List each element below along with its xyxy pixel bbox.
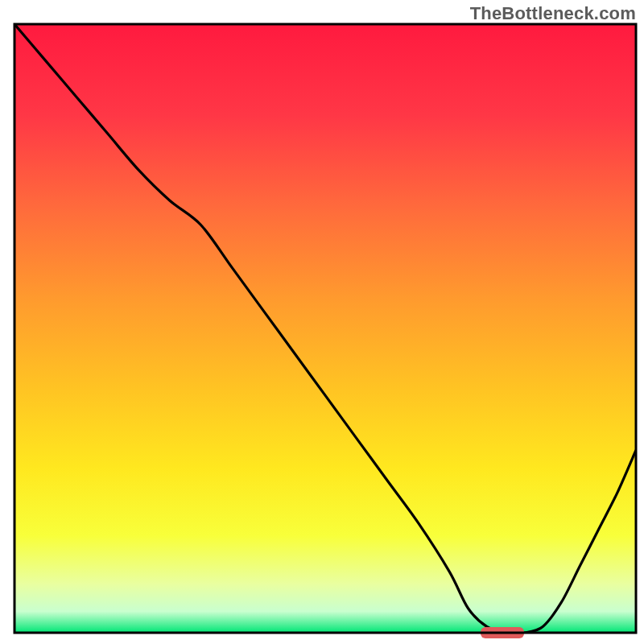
gradient-background bbox=[14, 24, 636, 633]
chart-svg bbox=[0, 0, 644, 644]
bottleneck-chart: TheBottleneck.com bbox=[0, 0, 644, 644]
watermark-text: TheBottleneck.com bbox=[470, 3, 636, 24]
